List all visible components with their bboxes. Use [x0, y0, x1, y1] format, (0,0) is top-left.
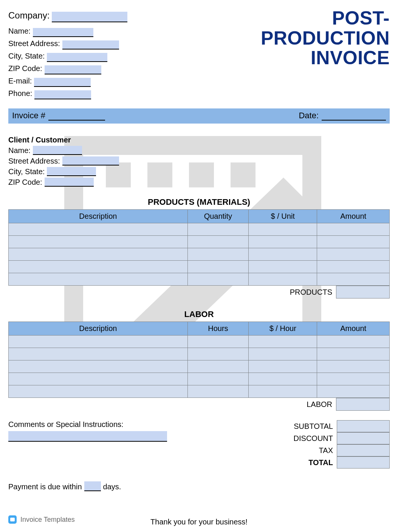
products-table: Description Quantity $ / Unit Amount: [8, 209, 390, 286]
company-email-label: E-mail:: [8, 75, 32, 87]
labor-subtotal-box[interactable]: [336, 398, 390, 411]
total-label: TOTAL: [273, 458, 337, 467]
labor-col-hours: Hours: [187, 322, 248, 336]
company-city-input[interactable]: [47, 53, 107, 62]
table-row[interactable]: [9, 336, 390, 348]
tax-box[interactable]: [337, 444, 390, 456]
invoice-date-input[interactable]: [322, 111, 386, 121]
thank-you: Thank you for your business!: [8, 518, 390, 526]
discount-box[interactable]: [337, 432, 390, 444]
company-zip-label: ZIP Code:: [8, 63, 42, 74]
payment-pre: Payment is due within: [8, 483, 82, 491]
total-box[interactable]: [337, 456, 390, 469]
client-street-input[interactable]: [62, 156, 119, 165]
totals-block: SUBTOTAL DISCOUNT TAX TOTAL: [273, 420, 390, 469]
labor-col-description: Description: [9, 322, 188, 336]
table-row[interactable]: [9, 385, 390, 398]
products-col-description: Description: [9, 210, 188, 223]
table-row[interactable]: [9, 373, 390, 385]
company-phone-label: Phone:: [8, 88, 32, 99]
company-city-label: City, State:: [8, 50, 45, 62]
comments-input[interactable]: [8, 431, 167, 442]
client-zip-label: ZIP Code:: [8, 178, 42, 187]
labor-title: LABOR: [8, 309, 390, 319]
company-email-input[interactable]: [34, 78, 91, 87]
invoice-date-label: Date:: [299, 111, 319, 121]
company-block: Company: Name: Street Address: City, Sta…: [8, 8, 127, 100]
client-city-input[interactable]: [47, 167, 96, 176]
subtotal-label: SUBTOTAL: [273, 422, 337, 431]
client-heading: Client / Customer: [8, 136, 390, 144]
labor-col-rate: $ / Hour: [249, 322, 317, 336]
company-street-input[interactable]: [62, 40, 119, 49]
products-col-unit: $ / Unit: [249, 210, 317, 223]
comments-label: Comments or Special Instructions:: [8, 420, 124, 428]
table-row[interactable]: [9, 261, 390, 273]
invoice-number-input[interactable]: [48, 111, 105, 121]
tax-label: TAX: [273, 446, 337, 455]
client-name-input[interactable]: [33, 146, 82, 155]
company-phone-input[interactable]: [34, 90, 91, 99]
payment-post: days.: [103, 483, 121, 491]
table-row[interactable]: [9, 248, 390, 261]
client-name-label: Name:: [8, 146, 31, 155]
products-col-quantity: Quantity: [187, 210, 248, 223]
table-row[interactable]: [9, 236, 390, 248]
company-name-label: Name:: [8, 25, 31, 37]
subtotal-box[interactable]: [337, 420, 390, 432]
table-row[interactable]: [9, 348, 390, 360]
client-zip-input[interactable]: [45, 178, 94, 187]
company-street-label: Street Address:: [8, 38, 60, 49]
products-subtotal-box[interactable]: [336, 286, 390, 298]
products-col-amount: Amount: [317, 210, 390, 223]
labor-subtotal-label: LABOR: [273, 398, 336, 411]
invoice-bar: Invoice # Date:: [8, 108, 390, 124]
labor-col-amount: Amount: [317, 322, 390, 336]
company-zip-input[interactable]: [45, 65, 101, 74]
client-street-label: Street Address:: [8, 157, 60, 165]
company-input[interactable]: [52, 12, 127, 22]
company-name-input[interactable]: [33, 28, 93, 37]
company-label: Company:: [8, 8, 50, 22]
labor-table: Description Hours $ / Hour Amount: [8, 322, 390, 398]
client-block: Client / Customer Name: Street Address: …: [8, 136, 390, 187]
products-subtotal-label: PRODUCTS: [273, 286, 336, 299]
table-row[interactable]: [9, 360, 390, 373]
table-row[interactable]: [9, 273, 390, 286]
discount-label: DISCOUNT: [273, 434, 337, 443]
client-city-label: City, State:: [8, 167, 45, 176]
products-title: PRODUCTS (MATERIALS): [8, 197, 390, 207]
payment-days-input[interactable]: [84, 481, 101, 491]
document-title: POST- PRODUCTION INVOICE: [261, 8, 390, 68]
invoice-number-label: Invoice #: [12, 111, 45, 121]
table-row[interactable]: [9, 223, 390, 236]
